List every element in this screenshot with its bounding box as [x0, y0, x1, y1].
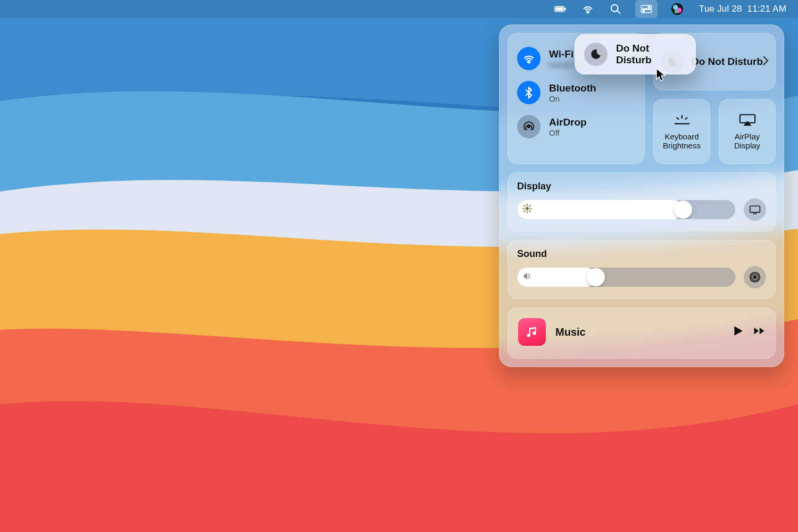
svg-point-23: [753, 276, 757, 279]
airdrop-status: Off: [549, 128, 587, 137]
keyboard-brightness-label-1: Keyboard: [664, 132, 699, 141]
dnd-drag-chip[interactable]: Do Not Disturb: [575, 34, 696, 74]
keyboard-brightness-icon: [673, 113, 691, 127]
airdrop-label: AirDrop: [549, 117, 587, 128]
svg-line-20: [524, 211, 525, 212]
music-artwork[interactable]: [518, 318, 546, 346]
menubar-clock[interactable]: Tue Jul 28 11:21 AM: [697, 0, 788, 18]
svg-line-19: [529, 205, 530, 206]
sound-volume-slider[interactable]: [517, 268, 735, 287]
svg-rect-2: [555, 7, 563, 11]
play-button[interactable]: [732, 325, 744, 339]
now-playing-section: Music: [508, 307, 776, 359]
sun-icon: [522, 204, 532, 215]
wifi-toggle-icon: [517, 47, 541, 70]
svg-rect-21: [750, 206, 760, 212]
chevron-right-icon[interactable]: [762, 55, 769, 68]
airplay-label-1: AirPlay: [735, 132, 760, 141]
svg-line-18: [529, 211, 530, 212]
airplay-icon: [738, 113, 757, 127]
cursor-icon: [655, 68, 667, 85]
menubar: Tue Jul 28 11:21 AM: [0, 0, 798, 18]
spotlight-icon[interactable]: [608, 0, 624, 18]
svg-line-17: [524, 205, 525, 206]
svg-point-7: [648, 6, 650, 8]
svg-point-9: [643, 10, 645, 12]
music-title: Music: [555, 326, 722, 338]
bluetooth-toggle[interactable]: Bluetooth On: [517, 77, 635, 109]
keyboard-brightness-label-2: Brightness: [663, 141, 701, 150]
control-center-icon[interactable]: [635, 0, 658, 18]
wifi-icon[interactable]: [580, 0, 596, 18]
sound-heading: Sound: [517, 248, 766, 260]
keyboard-brightness-tile[interactable]: KeyboardBrightness: [653, 99, 710, 164]
bluetooth-toggle-icon: [517, 81, 541, 104]
display-brightness-slider[interactable]: [517, 200, 735, 219]
airplay-label-2: Display: [734, 141, 760, 150]
display-heading: Display: [517, 181, 766, 192]
display-options-button[interactable]: [744, 198, 766, 221]
control-center-panel: Wi-Fi Home-5G Bluetooth On AirDrop: [499, 24, 784, 367]
airdrop-toggle[interactable]: AirDrop Off: [517, 111, 635, 143]
menubar-time: 11:21 AM: [747, 4, 786, 14]
dnd-label: Do Not Disturb: [692, 56, 763, 68]
battery-icon[interactable]: [552, 0, 568, 18]
bluetooth-status: On: [549, 94, 596, 103]
moon-icon: [584, 43, 608, 66]
siri-icon[interactable]: [669, 0, 685, 18]
dnd-drag-label: Do Not Disturb: [616, 43, 686, 66]
svg-line-5: [617, 11, 620, 14]
display-section: Display: [508, 172, 776, 231]
menubar-date: Tue Jul 28: [699, 4, 742, 14]
airdrop-toggle-icon: [517, 115, 541, 138]
speaker-icon: [522, 271, 532, 283]
bluetooth-label: Bluetooth: [549, 82, 596, 94]
airplay-display-tile[interactable]: AirPlayDisplay: [719, 99, 776, 164]
sound-section: Sound: [508, 240, 776, 299]
svg-point-12: [526, 207, 529, 210]
sound-output-button[interactable]: [744, 266, 766, 288]
fast-forward-button[interactable]: [753, 325, 765, 339]
svg-rect-3: [564, 8, 566, 10]
